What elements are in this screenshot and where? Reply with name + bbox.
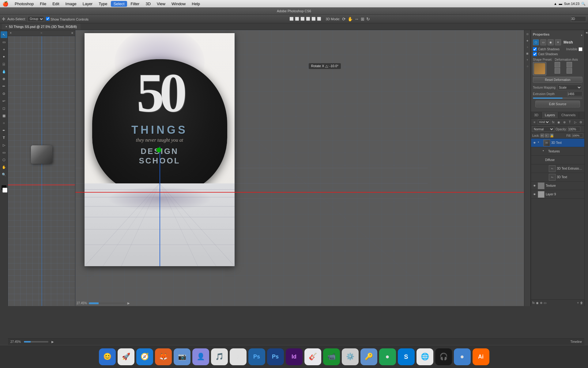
thumbnail-minimize[interactable]: −	[41, 31, 43, 35]
path-tool[interactable]: ▷	[1, 142, 7, 148]
layer-expand-textures[interactable]: ▾	[543, 149, 547, 154]
menu-photoshop[interactable]: Photoshop	[12, 1, 36, 7]
layer-fx-icon[interactable]: fx	[551, 119, 556, 125]
dock-photos[interactable]: 📷	[174, 348, 190, 365]
layer-mask-icon[interactable]: ◉	[556, 119, 561, 125]
menu-3d[interactable]: 3D	[143, 1, 153, 7]
wand-tool[interactable]: ✦	[1, 53, 7, 60]
move-tool-icon[interactable]: ✛	[2, 17, 6, 21]
dock-chrome[interactable]: 🌐	[417, 348, 433, 365]
3d-mode-input[interactable]	[571, 16, 586, 22]
lock-pixel-btn[interactable]: ✏	[541, 134, 544, 137]
canvas-area[interactable]: 50 THINGS they never taught you at DESIG…	[75, 30, 524, 306]
align-right-icon[interactable]: ⬜	[317, 17, 321, 21]
shape-preset-box[interactable]	[533, 62, 546, 75]
statusbar-progress[interactable]	[24, 341, 48, 343]
menu-layer[interactable]: Layer	[80, 1, 95, 7]
edit-source-button[interactable]: Edit Source	[535, 101, 580, 107]
layer-adj-btn[interactable]: ⊕	[540, 301, 542, 305]
properties-collapse[interactable]: ▾	[581, 34, 582, 37]
lasso-tool[interactable]: ⌖	[1, 46, 7, 53]
deform-cell-3[interactable]	[555, 68, 560, 74]
cast-shadows-checkbox[interactable]	[533, 52, 537, 56]
layer-item-diffuse[interactable]: Diffuse	[531, 156, 584, 164]
3d-strip-icon-3[interactable]: ⟐	[525, 44, 530, 50]
dock-app-blue[interactable]: ●	[454, 348, 471, 365]
layer-adjust-icon[interactable]: ⊕	[562, 119, 567, 125]
align-vcenter-icon[interactable]: ⬜	[295, 17, 299, 21]
shape-tool[interactable]: ▭	[1, 149, 7, 156]
menu-file[interactable]: File	[37, 1, 49, 7]
layer-smart-icon[interactable]: ⚙	[579, 119, 583, 125]
dock-skype[interactable]: S	[398, 348, 415, 365]
3d-orbit-icon[interactable]: ⟳	[342, 17, 346, 21]
deform-cell-2[interactable]	[567, 62, 572, 67]
layer-eye-layer9[interactable]: 👁	[532, 192, 537, 197]
3d-pan-icon[interactable]: ✋	[348, 17, 353, 21]
prop-icon-material[interactable]: ◉	[548, 39, 554, 45]
layer-item-layer9[interactable]: 👁 Layer 9	[531, 190, 584, 199]
extrusion-slider-track[interactable]	[533, 98, 582, 99]
prop-icon-light[interactable]: ☀	[555, 39, 561, 45]
type-tool[interactable]: T	[1, 134, 7, 141]
menu-image[interactable]: Image	[63, 1, 79, 7]
3d-scale-icon[interactable]: ⊞	[361, 17, 364, 21]
layer-item-3dtext-inner[interactable]: Ps 3D Text	[531, 173, 584, 182]
layer-eye-3dtext-inner[interactable]	[543, 175, 548, 179]
3d-strip-icon-6[interactable]: ☆	[525, 63, 530, 69]
layer-item-extrusion[interactable]: Ps 3D Text Extrusion Ma...	[531, 164, 584, 173]
prop-icon-scene[interactable]: ⬡	[533, 39, 539, 45]
layer-item-texture[interactable]: 👁 Texture	[531, 182, 584, 190]
opacity-input[interactable]	[568, 127, 580, 132]
panel-collapse-btn[interactable]: ◀	[585, 31, 588, 34]
auto-select-dropdown[interactable]: Group	[28, 16, 44, 22]
dock-indesign[interactable]: Id	[286, 348, 303, 365]
3d-strip-icon-5[interactable]: T	[525, 57, 530, 63]
dock-keychain[interactable]: 🔑	[360, 348, 377, 365]
layer-kind-filter[interactable]: ≡	[532, 119, 537, 125]
texture-mapping-select[interactable]: Scale	[557, 85, 582, 90]
tab-layers[interactable]: Layers	[542, 112, 558, 118]
extrusion-depth-input[interactable]: 1466	[567, 91, 582, 96]
document-tab[interactable]: × 50 Things SS.psd @ 27.5% (3D Text, RGB…	[2, 24, 81, 30]
dock-ai[interactable]: Ai	[473, 348, 489, 365]
layer-vector-icon[interactable]: ▷	[573, 119, 578, 125]
dock-sys-prefs[interactable]: ⚙️	[342, 348, 359, 365]
align-hcenter-icon[interactable]: ⬜	[311, 17, 316, 21]
menu-view[interactable]: View	[154, 1, 168, 7]
layer-new-btn[interactable]: +	[577, 301, 579, 305]
dock-spotify[interactable]: 🎧	[435, 348, 452, 365]
layer-eye-extrusion[interactable]	[543, 167, 548, 171]
thumbnail-options[interactable]: ≡	[71, 31, 73, 35]
dock-ps-cc[interactable]: Ps	[248, 348, 265, 365]
3d-slide-icon[interactable]: ↔	[355, 17, 359, 21]
crop-tool[interactable]: ⌸	[1, 61, 7, 67]
zoom-slider[interactable]	[89, 302, 126, 304]
clone-tool[interactable]: ⊙	[1, 90, 7, 97]
document-canvas[interactable]: 50 THINGS they never taught you at DESIG…	[85, 33, 235, 266]
zoom-arrow[interactable]: ▶	[127, 301, 130, 305]
blend-mode-select[interactable]: Normal	[532, 126, 554, 132]
zoom-tool[interactable]: 🔍	[1, 171, 7, 178]
lock-pos-btn[interactable]: +	[545, 134, 549, 137]
align-top-icon[interactable]: ⬜	[289, 17, 294, 21]
marquee-tool[interactable]: ▭	[1, 39, 7, 45]
menu-window[interactable]: Window	[169, 1, 188, 7]
prop-icon-mesh[interactable]: ▭	[540, 39, 546, 45]
reset-deformation-button[interactable]: Reset Deformation	[533, 77, 582, 83]
deform-cell-1[interactable]	[555, 62, 560, 67]
dock-ps2[interactable]: Ps	[267, 348, 284, 365]
layer-mask-btn[interactable]: ◉	[536, 301, 539, 305]
menu-type[interactable]: Type	[96, 1, 110, 7]
dock-firefox[interactable]: 🦊	[155, 348, 172, 365]
invisible-checkbox[interactable]	[579, 47, 582, 51]
dock-launchpad[interactable]: 🚀	[118, 348, 134, 365]
apple-menu[interactable]: 🍎	[2, 1, 9, 7]
tab-3d[interactable]: 3D	[531, 112, 542, 118]
statusbar-arrow[interactable]: ▶	[51, 340, 54, 343]
fill-input[interactable]	[572, 133, 583, 138]
eraser-tool[interactable]: ◻	[1, 105, 7, 112]
gradient-tool[interactable]: ▦	[1, 112, 7, 119]
dock-itunes[interactable]: 🎵	[211, 348, 228, 365]
tab-channels[interactable]: Channels	[558, 112, 579, 118]
